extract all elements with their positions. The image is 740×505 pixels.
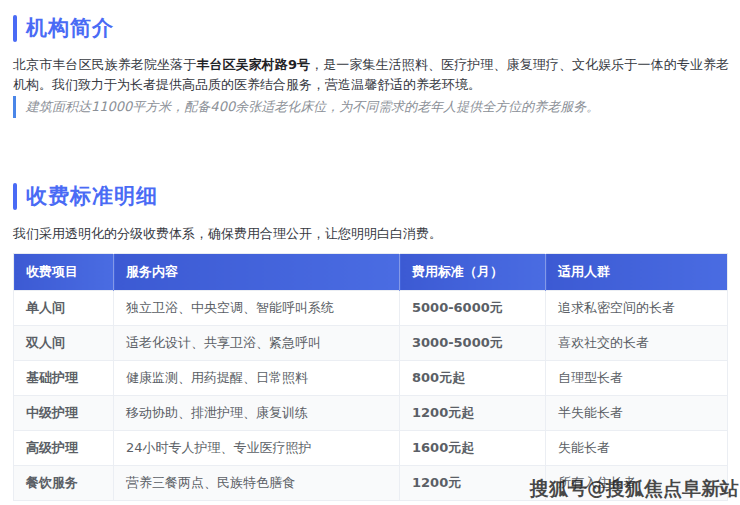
cell-audience: 自理型长者 bbox=[546, 361, 728, 396]
column-header: 费用标准（月） bbox=[400, 254, 546, 291]
pricing-subtitle: 我们采用透明化的分级收费体系，确保费用合理公开，让您明明白白消费。 bbox=[13, 225, 729, 243]
intro-text-lead: 北京市丰台区民族养老院坐落于 bbox=[13, 57, 196, 72]
cell-service: 独立卫浴、中央空调、智能呼叫系统 bbox=[114, 291, 400, 326]
cell-item: 餐饮服务 bbox=[14, 466, 114, 501]
cell-audience: 喜欢社交的长者 bbox=[546, 326, 728, 361]
column-header: 收费项目 bbox=[14, 254, 114, 291]
section-header-intro: 机构简介 bbox=[13, 14, 114, 42]
article-page: 机构简介 北京市丰台区民族养老院坐落于丰台区吴家村路9号，是一家集生活照料、医疗… bbox=[0, 0, 740, 505]
address-highlight: 丰台区吴家村路9号 bbox=[196, 57, 310, 72]
column-header: 适用人群 bbox=[546, 254, 728, 291]
cell-price: 5000-6000元 bbox=[400, 291, 546, 326]
section-header-pricing: 收费标准明细 bbox=[13, 182, 158, 210]
table-row: 双人间适老化设计、共享卫浴、紧急呼叫3000-5000元喜欢社交的长者 bbox=[14, 326, 728, 361]
section-title-pricing: 收费标准明细 bbox=[26, 182, 158, 210]
title-accent-bar bbox=[13, 15, 17, 42]
cell-item: 单人间 bbox=[14, 291, 114, 326]
cell-price: 1200元起 bbox=[400, 396, 546, 431]
cell-audience: 追求私密空间的长者 bbox=[546, 291, 728, 326]
title-accent-bar bbox=[13, 183, 17, 210]
intro-paragraph: 北京市丰台区民族养老院坐落于丰台区吴家村路9号，是一家集生活照料、医疗护理、康复… bbox=[13, 55, 729, 95]
cell-service: 适老化设计、共享卫浴、紧急呼叫 bbox=[114, 326, 400, 361]
cell-item: 基础护理 bbox=[14, 361, 114, 396]
section-title-intro: 机构简介 bbox=[26, 14, 114, 42]
cell-audience: 失能长者 bbox=[546, 431, 728, 466]
cell-audience: 半失能长者 bbox=[546, 396, 728, 431]
table-row: 基础护理健康监测、用药提醒、日常照料800元起自理型长者 bbox=[14, 361, 728, 396]
cell-item: 双人间 bbox=[14, 326, 114, 361]
table-header-row: 收费项目服务内容费用标准（月）适用人群 bbox=[14, 254, 728, 291]
pricing-table: 收费项目服务内容费用标准（月）适用人群 单人间独立卫浴、中央空调、智能呼叫系统5… bbox=[13, 253, 728, 501]
facility-note: 建筑面积达11000平方米，配备400余张适老化床位，为不同需求的老年人提供全方… bbox=[13, 96, 713, 118]
cell-price: 800元起 bbox=[400, 361, 546, 396]
cell-service: 营养三餐两点、民族特色膳食 bbox=[114, 466, 400, 501]
cell-price: 1600元起 bbox=[400, 431, 546, 466]
cell-item: 中级护理 bbox=[14, 396, 114, 431]
cell-service: 健康监测、用药提醒、日常照料 bbox=[114, 361, 400, 396]
table-row: 单人间独立卫浴、中央空调、智能呼叫系统5000-6000元追求私密空间的长者 bbox=[14, 291, 728, 326]
cell-service: 移动协助、排泄护理、康复训练 bbox=[114, 396, 400, 431]
watermark: 搜狐号@搜狐焦点阜新站 bbox=[530, 476, 739, 502]
cell-price: 1200元 bbox=[400, 466, 546, 501]
column-header: 服务内容 bbox=[114, 254, 400, 291]
cell-item: 高级护理 bbox=[14, 431, 114, 466]
table-row: 中级护理移动协助、排泄护理、康复训练1200元起半失能长者 bbox=[14, 396, 728, 431]
cell-service: 24小时专人护理、专业医疗照护 bbox=[114, 431, 400, 466]
table-row: 高级护理24小时专人护理、专业医疗照护1600元起失能长者 bbox=[14, 431, 728, 466]
cell-price: 3000-5000元 bbox=[400, 326, 546, 361]
